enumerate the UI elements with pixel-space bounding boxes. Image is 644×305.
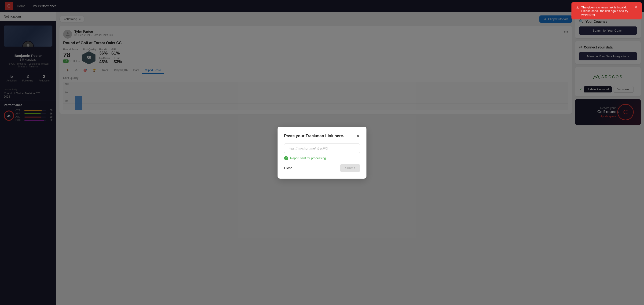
- toast-close-button[interactable]: ✕: [634, 6, 638, 9]
- modal-overlay: Paste your Trackman Link here. ✕ ✓ Repor…: [0, 0, 644, 305]
- modal-title: Paste your Trackman Link here.: [284, 134, 344, 138]
- error-toast: ⚠ The given trackman link is invalid. Pl…: [572, 2, 642, 20]
- trackman-link-input[interactable]: [284, 144, 360, 153]
- trackman-modal: Paste your Trackman Link here. ✕ ✓ Repor…: [278, 127, 366, 178]
- success-text: Report sent for processing: [290, 156, 326, 160]
- modal-close-button[interactable]: Close: [284, 166, 292, 170]
- warning-icon: ⚠: [576, 6, 579, 10]
- toast-message: The given trackman link is invalid. Plea…: [581, 6, 632, 16]
- modal-close-x-button[interactable]: ✕: [356, 133, 360, 139]
- modal-success-message: ✓ Report sent for processing: [284, 156, 360, 160]
- modal-submit-button[interactable]: Submit: [340, 164, 360, 172]
- modal-actions: Close Submit: [284, 164, 360, 172]
- modal-header: Paste your Trackman Link here. ✕: [284, 133, 360, 139]
- success-check-icon: ✓: [284, 156, 288, 160]
